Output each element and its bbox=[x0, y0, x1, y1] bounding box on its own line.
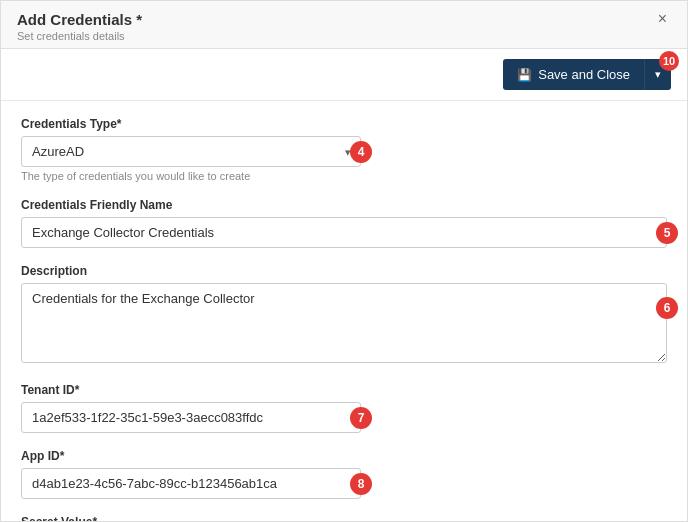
app-id-label: App ID* bbox=[21, 449, 667, 463]
credentials-type-hint: The type of credentials you would like t… bbox=[21, 170, 667, 182]
save-close-button[interactable]: 💾 Save and Close bbox=[503, 59, 644, 90]
step-badge-7: 7 bbox=[350, 407, 372, 429]
tenant-id-label: Tenant ID* bbox=[21, 383, 667, 397]
save-badge: 10 bbox=[659, 51, 679, 71]
secret-value-label: Secret Value* bbox=[21, 515, 667, 521]
description-label: Description bbox=[21, 264, 667, 278]
modal-title-area: Add Credentials * Set credentials detail… bbox=[17, 11, 142, 42]
tenant-id-input[interactable] bbox=[21, 402, 361, 433]
modal-header: Add Credentials * Set credentials detail… bbox=[1, 1, 687, 49]
description-textarea[interactable] bbox=[21, 283, 667, 363]
modal-title: Add Credentials * bbox=[17, 11, 142, 28]
save-icon: 💾 bbox=[517, 68, 532, 82]
close-button[interactable]: × bbox=[654, 11, 671, 27]
credentials-type-group: Credentials Type* AzureAD Basic Token ▾ … bbox=[21, 117, 667, 182]
description-group: Description 6 bbox=[21, 264, 667, 367]
step-badge-6: 6 bbox=[656, 297, 678, 319]
step-badge-5: 5 bbox=[656, 222, 678, 244]
save-button-container: 💾 Save and Close ▾ 10 bbox=[503, 59, 671, 90]
credentials-type-select-wrapper: AzureAD Basic Token ▾ bbox=[21, 136, 361, 167]
friendly-name-input[interactable] bbox=[21, 217, 667, 248]
credentials-type-select[interactable]: AzureAD Basic Token bbox=[21, 136, 361, 167]
toolbar: 💾 Save and Close ▾ 10 bbox=[1, 49, 687, 101]
app-id-group: App ID* 8 bbox=[21, 449, 667, 499]
app-id-input[interactable] bbox=[21, 468, 361, 499]
step-badge-4: 4 bbox=[350, 141, 372, 163]
step-badge-8: 8 bbox=[350, 473, 372, 495]
modal-body: Credentials Type* AzureAD Basic Token ▾ … bbox=[1, 101, 687, 521]
credentials-type-label: Credentials Type* bbox=[21, 117, 667, 131]
add-credentials-modal: Add Credentials * Set credentials detail… bbox=[0, 0, 688, 522]
secret-value-group: Secret Value* 9 bbox=[21, 515, 667, 521]
modal-subtitle: Set credentials details bbox=[17, 30, 142, 42]
friendly-name-label: Credentials Friendly Name bbox=[21, 198, 667, 212]
save-close-label: Save and Close bbox=[538, 67, 630, 82]
friendly-name-group: Credentials Friendly Name 5 bbox=[21, 198, 667, 248]
tenant-id-group: Tenant ID* 7 bbox=[21, 383, 667, 433]
